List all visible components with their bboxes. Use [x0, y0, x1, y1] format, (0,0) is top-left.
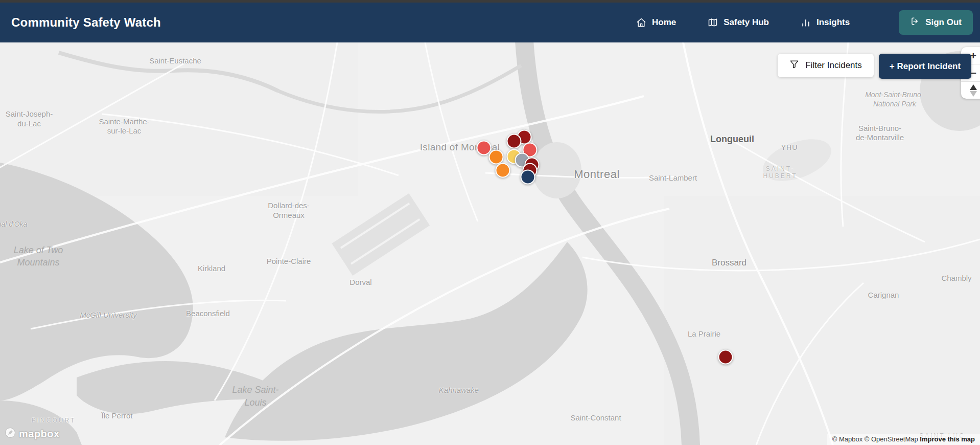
report-incident-button[interactable]: + Report Incident: [879, 54, 971, 79]
incident-marker[interactable]: [507, 134, 522, 149]
incident-marker[interactable]: [477, 141, 492, 155]
nav-item-insights[interactable]: Insights: [801, 17, 850, 28]
app-title: Community Safety Watch: [11, 15, 161, 30]
map-icon: [708, 17, 718, 28]
nav-label: Insights: [816, 17, 850, 28]
compass-north-needle: [970, 84, 977, 90]
nav-item-home[interactable]: Home: [636, 17, 676, 28]
mapbox-logo-icon: [4, 427, 16, 441]
home-icon: [636, 17, 646, 28]
attribution-mapbox-link[interactable]: © Mapbox: [832, 435, 862, 443]
compass-button[interactable]: [961, 81, 980, 99]
incident-marker[interactable]: [521, 170, 535, 185]
incident-marker[interactable]: [496, 163, 510, 178]
bar-chart-icon: [801, 17, 811, 28]
logout-icon: [910, 16, 920, 29]
sign-out-label: Sign Out: [925, 17, 962, 28]
window-top-strip: [0, 0, 980, 3]
report-incident-label: + Report Incident: [890, 61, 961, 72]
map-canvas: [0, 42, 980, 445]
nav-label: Home: [652, 17, 676, 28]
filter-incidents-label: Filter Incidents: [805, 60, 862, 71]
compass-south-needle: [970, 91, 977, 97]
map-attribution: © Mapbox © OpenStreetMap Improve this ma…: [827, 434, 980, 445]
filter-incidents-button[interactable]: Filter Incidents: [778, 54, 874, 77]
mapbox-logo-text: mapbox: [19, 428, 60, 440]
nav-item-safety-hub[interactable]: Safety Hub: [708, 17, 769, 28]
incident-marker[interactable]: [489, 150, 504, 165]
sign-out-button[interactable]: Sign Out: [899, 10, 973, 35]
incident-marker[interactable]: [718, 350, 733, 365]
improve-this-map-link[interactable]: Improve this map: [920, 435, 975, 443]
incident-map[interactable]: Saint-EustacheSaint-Joseph-du-LacSainte-…: [0, 42, 980, 445]
mapbox-logo[interactable]: mapbox: [4, 427, 60, 441]
attribution-osm-link[interactable]: © OpenStreetMap: [865, 435, 918, 443]
funnel-icon: [789, 59, 799, 72]
app-header: Community Safety Watch Home Safety Hub I…: [0, 3, 980, 42]
nav-label: Safety Hub: [724, 17, 769, 28]
main-nav: Home Safety Hub Insights Sign Out: [636, 10, 973, 35]
